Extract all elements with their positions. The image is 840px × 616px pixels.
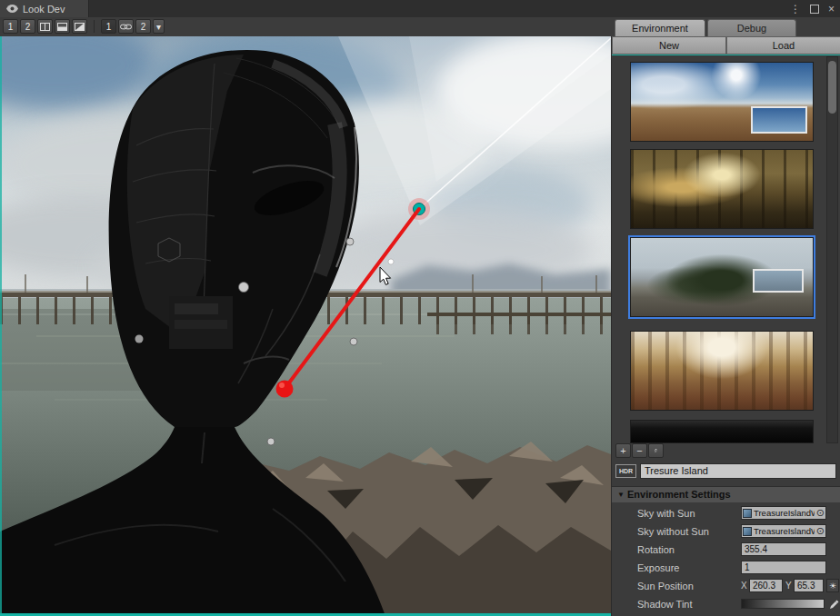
setting-row-exposure: Exposure 1 [612, 559, 840, 577]
separator-midpoint-dot[interactable] [388, 259, 394, 264]
maximize-icon[interactable] [810, 5, 819, 14]
new-button[interactable]: New [612, 36, 726, 55]
scrollbar-thumb[interactable] [828, 61, 836, 114]
environment-panel: New Load + − HDR Tresure Island [611, 36, 840, 616]
view-toolbar-group: 1 2 1 [3, 19, 165, 34]
environment-name-field[interactable]: Tresure Island [640, 463, 836, 479]
link-environments-button[interactable] [118, 19, 134, 34]
environment-1-button[interactable]: 1 [101, 19, 116, 34]
rotation-label: Rotation [637, 541, 675, 559]
setting-row-shadow-tint: Shadow Tint [612, 595, 840, 613]
texture-icon [743, 527, 752, 536]
object-picker-icon[interactable]: ⊙ [816, 507, 825, 519]
sun-y-axis-label: Y [785, 577, 792, 595]
viewport[interactable] [0, 36, 611, 616]
view-split-horizontal-button[interactable] [55, 19, 70, 34]
view-single-2-button[interactable]: 2 [20, 19, 35, 34]
setting-row-sun-position: Sun Position X 260.3 Y 65.3 ☀ [612, 577, 840, 595]
exposure-label: Exposure [637, 559, 679, 577]
sky-with-sun-value: TreasureIslandWh [754, 508, 815, 518]
sky-without-sun-field[interactable]: TreasureIslandWh ⊙ [741, 524, 826, 538]
window-title: Look Dev [23, 4, 65, 15]
exposure-field[interactable]: 1 [741, 561, 826, 574]
sun-x-field[interactable]: 260.3 [749, 579, 783, 592]
sun-gizmo-handle[interactable] [276, 381, 294, 398]
tab-debug[interactable]: Debug [707, 19, 796, 36]
sun-x-axis-label: X [741, 577, 747, 595]
link-icon [120, 23, 132, 31]
rotation-field[interactable]: 355.4 [741, 542, 826, 556]
environment-settings-header[interactable]: ▼ Environment Settings [612, 486, 840, 502]
window-tab[interactable]: Look Dev [0, 0, 89, 17]
viewport-left-accent [0, 36, 2, 616]
view-side-by-side-button[interactable] [37, 19, 53, 34]
sky-with-sun-field[interactable]: TreasureIslandWh ⊙ [741, 506, 826, 520]
view-options-dropdown[interactable]: ▾ [153, 19, 165, 34]
eye-icon [6, 5, 18, 13]
side-by-side-icon [40, 23, 50, 31]
viewport-scene [0, 36, 611, 616]
shadow-tint-label: Shadow Tint [637, 595, 693, 613]
environment-2-button[interactable]: 2 [135, 19, 151, 34]
split-diagonal-icon [75, 23, 85, 31]
object-picker-icon[interactable]: ⊙ [816, 525, 825, 537]
thumbnail-scrollbar[interactable] [826, 56, 838, 443]
window-menu-icon[interactable]: ⋮ [790, 3, 801, 15]
hdri-thumbnail-dark[interactable] [630, 420, 814, 443]
close-icon[interactable]: × [828, 3, 835, 15]
duplicate-environment-button[interactable] [648, 443, 664, 458]
hdri-thumbnail-forest[interactable] [630, 149, 814, 229]
panel-accent-line [612, 55, 840, 55]
hdri-thumbnail-treasure-island[interactable] [630, 237, 814, 317]
texture-icon [743, 509, 752, 518]
hdr-badge: HDR [615, 464, 636, 478]
lookdev-window: Look Dev ⋮ × 1 2 [0, 0, 840, 616]
sky-without-sun-label: Sky without Sun [637, 522, 709, 541]
duplicate-icon [655, 446, 657, 455]
setting-row-rotation: Rotation 355.4 [612, 541, 840, 559]
hdri-thumbnail-church-interior[interactable] [630, 331, 814, 411]
add-environment-button[interactable]: + [615, 443, 631, 458]
split-horizontal-icon [57, 23, 67, 31]
view-single-1-button[interactable]: 1 [3, 19, 18, 34]
sky-without-sun-value: TreasureIslandWh [754, 526, 815, 536]
setting-row-sky-with-sun: Sky with Sun TreasureIslandWh ⊙ [612, 504, 840, 522]
settings-header-label: Environment Settings [627, 487, 731, 502]
tab-environment[interactable]: Environment [615, 19, 705, 36]
eyedropper-icon[interactable] [828, 598, 840, 610]
toolbar-divider [94, 20, 95, 33]
window-controls: ⋮ × [790, 0, 835, 17]
thumbnail-inset-image [753, 269, 804, 293]
sky-with-sun-label: Sky with Sun [637, 504, 695, 522]
hdri-thumbnail-desert-sky[interactable] [630, 62, 814, 142]
setting-row-sky-without-sun: Sky without Sun TreasureIslandWh ⊙ [612, 522, 840, 541]
remove-environment-button[interactable]: − [632, 443, 647, 458]
load-button[interactable]: Load [726, 36, 840, 55]
foldout-icon[interactable]: ▼ [617, 487, 625, 502]
thumbnail-inset-image [751, 106, 807, 134]
title-bar: Look Dev ⋮ × [0, 0, 840, 18]
sun-icon[interactable]: ☀ [826, 579, 839, 592]
view-split-diagonal-button[interactable] [72, 19, 87, 34]
sun-position-label: Sun Position [637, 577, 694, 595]
sun-y-field[interactable]: 65.3 [794, 579, 824, 592]
shadow-tint-swatch[interactable] [741, 599, 825, 609]
